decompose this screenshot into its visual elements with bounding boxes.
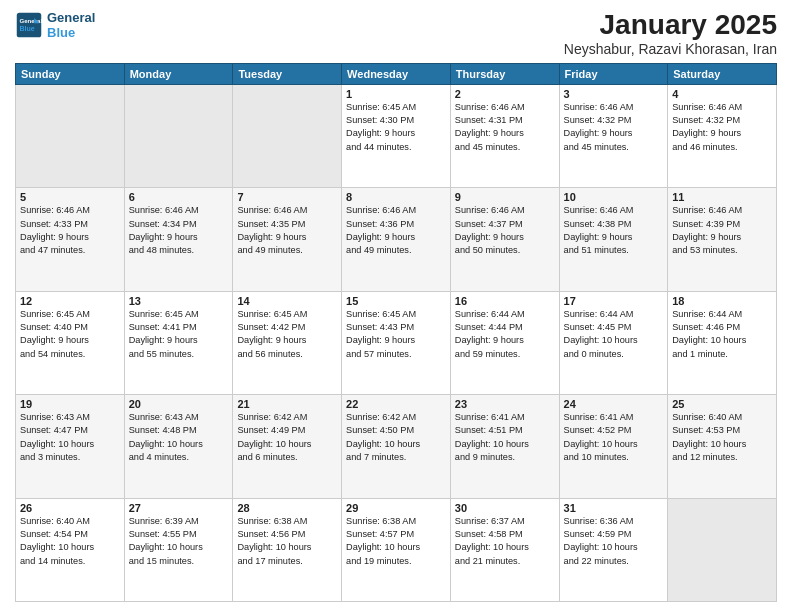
day-number: 8	[346, 191, 446, 203]
svg-text:Blue: Blue	[19, 25, 34, 32]
day-info: Sunrise: 6:42 AM Sunset: 4:50 PM Dayligh…	[346, 411, 446, 464]
day-info: Sunrise: 6:45 AM Sunset: 4:43 PM Dayligh…	[346, 308, 446, 361]
day-number: 23	[455, 398, 555, 410]
calendar-cell: 19Sunrise: 6:43 AM Sunset: 4:47 PM Dayli…	[16, 395, 125, 498]
calendar-cell	[233, 84, 342, 187]
day-number: 7	[237, 191, 337, 203]
calendar-week-1: 1Sunrise: 6:45 AM Sunset: 4:30 PM Daylig…	[16, 84, 777, 187]
day-info: Sunrise: 6:46 AM Sunset: 4:31 PM Dayligh…	[455, 101, 555, 154]
weekday-header-tuesday: Tuesday	[233, 63, 342, 84]
calendar-cell: 8Sunrise: 6:46 AM Sunset: 4:36 PM Daylig…	[342, 188, 451, 291]
day-number: 13	[129, 295, 229, 307]
calendar-cell: 18Sunrise: 6:44 AM Sunset: 4:46 PM Dayli…	[668, 291, 777, 394]
calendar-subtitle: Neyshabur, Razavi Khorasan, Iran	[564, 41, 777, 57]
calendar-cell: 24Sunrise: 6:41 AM Sunset: 4:52 PM Dayli…	[559, 395, 668, 498]
calendar-cell: 7Sunrise: 6:46 AM Sunset: 4:35 PM Daylig…	[233, 188, 342, 291]
day-info: Sunrise: 6:40 AM Sunset: 4:53 PM Dayligh…	[672, 411, 772, 464]
day-info: Sunrise: 6:43 AM Sunset: 4:47 PM Dayligh…	[20, 411, 120, 464]
day-info: Sunrise: 6:46 AM Sunset: 4:33 PM Dayligh…	[20, 204, 120, 257]
day-number: 5	[20, 191, 120, 203]
day-info: Sunrise: 6:46 AM Sunset: 4:37 PM Dayligh…	[455, 204, 555, 257]
day-info: Sunrise: 6:46 AM Sunset: 4:34 PM Dayligh…	[129, 204, 229, 257]
day-number: 31	[564, 502, 664, 514]
calendar-week-4: 19Sunrise: 6:43 AM Sunset: 4:47 PM Dayli…	[16, 395, 777, 498]
calendar-cell: 31Sunrise: 6:36 AM Sunset: 4:59 PM Dayli…	[559, 498, 668, 601]
day-info: Sunrise: 6:46 AM Sunset: 4:32 PM Dayligh…	[564, 101, 664, 154]
calendar-cell: 3Sunrise: 6:46 AM Sunset: 4:32 PM Daylig…	[559, 84, 668, 187]
day-info: Sunrise: 6:46 AM Sunset: 4:36 PM Dayligh…	[346, 204, 446, 257]
day-number: 12	[20, 295, 120, 307]
calendar-cell: 28Sunrise: 6:38 AM Sunset: 4:56 PM Dayli…	[233, 498, 342, 601]
day-info: Sunrise: 6:46 AM Sunset: 4:35 PM Dayligh…	[237, 204, 337, 257]
day-info: Sunrise: 6:41 AM Sunset: 4:51 PM Dayligh…	[455, 411, 555, 464]
weekday-header-row: SundayMondayTuesdayWednesdayThursdayFrid…	[16, 63, 777, 84]
day-info: Sunrise: 6:42 AM Sunset: 4:49 PM Dayligh…	[237, 411, 337, 464]
calendar-cell: 27Sunrise: 6:39 AM Sunset: 4:55 PM Dayli…	[124, 498, 233, 601]
weekday-header-thursday: Thursday	[450, 63, 559, 84]
day-number: 22	[346, 398, 446, 410]
calendar-cell: 11Sunrise: 6:46 AM Sunset: 4:39 PM Dayli…	[668, 188, 777, 291]
day-number: 27	[129, 502, 229, 514]
calendar-cell: 22Sunrise: 6:42 AM Sunset: 4:50 PM Dayli…	[342, 395, 451, 498]
day-number: 2	[455, 88, 555, 100]
calendar-cell: 21Sunrise: 6:42 AM Sunset: 4:49 PM Dayli…	[233, 395, 342, 498]
day-number: 21	[237, 398, 337, 410]
calendar-cell: 25Sunrise: 6:40 AM Sunset: 4:53 PM Dayli…	[668, 395, 777, 498]
calendar-cell: 5Sunrise: 6:46 AM Sunset: 4:33 PM Daylig…	[16, 188, 125, 291]
day-info: Sunrise: 6:44 AM Sunset: 4:45 PM Dayligh…	[564, 308, 664, 361]
calendar-cell: 20Sunrise: 6:43 AM Sunset: 4:48 PM Dayli…	[124, 395, 233, 498]
calendar-cell: 6Sunrise: 6:46 AM Sunset: 4:34 PM Daylig…	[124, 188, 233, 291]
calendar-title: January 2025	[564, 10, 777, 41]
day-number: 30	[455, 502, 555, 514]
calendar-cell	[124, 84, 233, 187]
day-number: 3	[564, 88, 664, 100]
day-number: 9	[455, 191, 555, 203]
calendar-cell: 26Sunrise: 6:40 AM Sunset: 4:54 PM Dayli…	[16, 498, 125, 601]
calendar-cell: 2Sunrise: 6:46 AM Sunset: 4:31 PM Daylig…	[450, 84, 559, 187]
calendar-cell: 29Sunrise: 6:38 AM Sunset: 4:57 PM Dayli…	[342, 498, 451, 601]
day-info: Sunrise: 6:37 AM Sunset: 4:58 PM Dayligh…	[455, 515, 555, 568]
day-number: 20	[129, 398, 229, 410]
logo-text: General Blue	[47, 10, 95, 40]
calendar-cell: 12Sunrise: 6:45 AM Sunset: 4:40 PM Dayli…	[16, 291, 125, 394]
day-info: Sunrise: 6:46 AM Sunset: 4:39 PM Dayligh…	[672, 204, 772, 257]
calendar-week-3: 12Sunrise: 6:45 AM Sunset: 4:40 PM Dayli…	[16, 291, 777, 394]
day-info: Sunrise: 6:38 AM Sunset: 4:56 PM Dayligh…	[237, 515, 337, 568]
day-info: Sunrise: 6:43 AM Sunset: 4:48 PM Dayligh…	[129, 411, 229, 464]
calendar-cell: 23Sunrise: 6:41 AM Sunset: 4:51 PM Dayli…	[450, 395, 559, 498]
day-info: Sunrise: 6:45 AM Sunset: 4:30 PM Dayligh…	[346, 101, 446, 154]
day-info: Sunrise: 6:45 AM Sunset: 4:40 PM Dayligh…	[20, 308, 120, 361]
day-number: 25	[672, 398, 772, 410]
day-number: 6	[129, 191, 229, 203]
calendar-page: General Blue General Blue January 2025 N…	[0, 0, 792, 612]
weekday-header-saturday: Saturday	[668, 63, 777, 84]
logo-icon: General Blue	[15, 11, 43, 39]
weekday-header-sunday: Sunday	[16, 63, 125, 84]
calendar-cell: 30Sunrise: 6:37 AM Sunset: 4:58 PM Dayli…	[450, 498, 559, 601]
calendar-cell	[668, 498, 777, 601]
calendar-cell: 9Sunrise: 6:46 AM Sunset: 4:37 PM Daylig…	[450, 188, 559, 291]
day-number: 4	[672, 88, 772, 100]
day-info: Sunrise: 6:41 AM Sunset: 4:52 PM Dayligh…	[564, 411, 664, 464]
day-number: 18	[672, 295, 772, 307]
day-info: Sunrise: 6:39 AM Sunset: 4:55 PM Dayligh…	[129, 515, 229, 568]
calendar-cell: 16Sunrise: 6:44 AM Sunset: 4:44 PM Dayli…	[450, 291, 559, 394]
day-number: 28	[237, 502, 337, 514]
day-info: Sunrise: 6:38 AM Sunset: 4:57 PM Dayligh…	[346, 515, 446, 568]
day-info: Sunrise: 6:46 AM Sunset: 4:32 PM Dayligh…	[672, 101, 772, 154]
calendar-cell: 17Sunrise: 6:44 AM Sunset: 4:45 PM Dayli…	[559, 291, 668, 394]
day-info: Sunrise: 6:36 AM Sunset: 4:59 PM Dayligh…	[564, 515, 664, 568]
calendar-cell: 14Sunrise: 6:45 AM Sunset: 4:42 PM Dayli…	[233, 291, 342, 394]
day-number: 24	[564, 398, 664, 410]
day-info: Sunrise: 6:45 AM Sunset: 4:41 PM Dayligh…	[129, 308, 229, 361]
day-number: 16	[455, 295, 555, 307]
day-info: Sunrise: 6:44 AM Sunset: 4:46 PM Dayligh…	[672, 308, 772, 361]
calendar-header: General Blue General Blue January 2025 N…	[15, 10, 777, 57]
day-info: Sunrise: 6:40 AM Sunset: 4:54 PM Dayligh…	[20, 515, 120, 568]
calendar-table: SundayMondayTuesdayWednesdayThursdayFrid…	[15, 63, 777, 602]
calendar-cell: 1Sunrise: 6:45 AM Sunset: 4:30 PM Daylig…	[342, 84, 451, 187]
day-number: 11	[672, 191, 772, 203]
calendar-cell: 13Sunrise: 6:45 AM Sunset: 4:41 PM Dayli…	[124, 291, 233, 394]
weekday-header-monday: Monday	[124, 63, 233, 84]
day-number: 1	[346, 88, 446, 100]
